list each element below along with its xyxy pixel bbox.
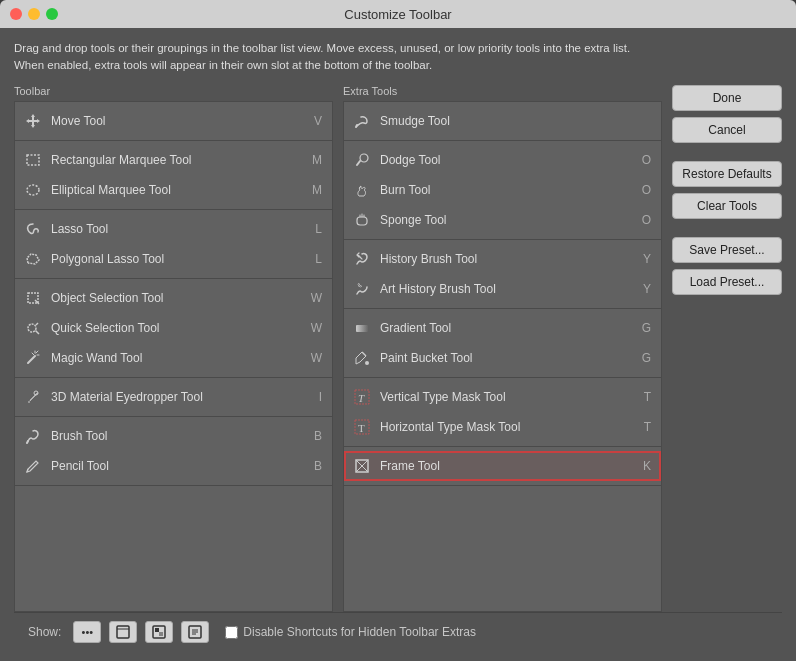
list-item[interactable]: Polygonal Lasso Tool L: [15, 244, 332, 274]
brush-icon: [23, 426, 43, 446]
list-item[interactable]: Smudge Tool: [344, 106, 661, 136]
list-item[interactable]: Lasso Tool L: [15, 214, 332, 244]
eyedropper-shortcut: I: [319, 390, 322, 404]
magic-wand-shortcut: W: [311, 351, 322, 365]
object-sel-icon: [23, 288, 43, 308]
list-item[interactable]: Pencil Tool B: [15, 451, 332, 481]
maximize-button[interactable]: [46, 8, 58, 20]
ellip-marquee-name: Elliptical Marquee Tool: [51, 183, 308, 197]
pencil-name: Pencil Tool: [51, 459, 310, 473]
smudge-name: Smudge Tool: [380, 114, 647, 128]
toolbar-icon-2[interactable]: [145, 621, 173, 643]
traffic-lights: [10, 8, 58, 20]
h-type-mask-icon: T: [352, 417, 372, 437]
save-preset-button[interactable]: Save Preset...: [672, 237, 782, 263]
sponge-shortcut: O: [642, 213, 651, 227]
list-item[interactable]: Rectangular Marquee Tool M: [15, 145, 332, 175]
lasso-shortcut: L: [315, 222, 322, 236]
eyedropper-name: 3D Material Eyedropper Tool: [51, 390, 315, 404]
frame-tool-icon: [352, 456, 372, 476]
dodge-shortcut: O: [642, 153, 651, 167]
cancel-button[interactable]: Cancel: [672, 117, 782, 143]
minimize-button[interactable]: [28, 8, 40, 20]
art-history-brush-icon: [352, 279, 372, 299]
list-item[interactable]: History Brush Tool Y: [344, 244, 661, 274]
frame-tool-name: Frame Tool: [380, 459, 639, 473]
dots-button[interactable]: •••: [73, 621, 101, 643]
h-type-mask-name: Horizontal Type Mask Tool: [380, 420, 640, 434]
move-tool-name: Move Tool: [51, 114, 310, 128]
disable-shortcuts-area: Disable Shortcuts for Hidden Toolbar Ext…: [225, 625, 476, 639]
list-item[interactable]: T Horizontal Type Mask Tool T: [344, 412, 661, 442]
rect-marquee-shortcut: M: [312, 153, 322, 167]
sponge-icon: [352, 210, 372, 230]
brush-name: Brush Tool: [51, 429, 310, 443]
done-button[interactable]: Done: [672, 85, 782, 111]
art-history-brush-name: Art History Brush Tool: [380, 282, 639, 296]
clear-tools-button[interactable]: Clear Tools: [672, 193, 782, 219]
svg-rect-19: [159, 632, 163, 636]
toolbar-panel[interactable]: Move Tool V Rectangular Marquee Tool M: [14, 101, 333, 613]
object-sel-shortcut: W: [311, 291, 322, 305]
extra-group-1: Smudge Tool: [344, 102, 661, 141]
art-history-brush-shortcut: Y: [643, 282, 651, 296]
gradient-icon: [352, 318, 372, 338]
paint-bucket-shortcut: G: [642, 351, 651, 365]
disable-shortcuts-checkbox[interactable]: [225, 626, 238, 639]
poly-lasso-icon: [23, 249, 43, 269]
extra-tools-panel[interactable]: Smudge Tool Dodge Tool: [343, 101, 662, 613]
pencil-icon: [23, 456, 43, 476]
quick-sel-name: Quick Selection Tool: [51, 321, 307, 335]
brush-shortcut: B: [314, 429, 322, 443]
close-button[interactable]: [10, 8, 22, 20]
list-item[interactable]: Move Tool V: [15, 106, 332, 136]
toolbar-icon-1[interactable]: [109, 621, 137, 643]
svg-rect-18: [155, 628, 159, 632]
main-area: Toolbar Move Tool V: [14, 85, 782, 613]
svg-rect-6: [357, 217, 367, 225]
list-item[interactable]: Paint Bucket Tool G: [344, 343, 661, 373]
pencil-shortcut: B: [314, 459, 322, 473]
list-item[interactable]: T Vertical Type Mask Tool T: [344, 382, 661, 412]
list-item[interactable]: Art History Brush Tool Y: [344, 274, 661, 304]
sidebar-buttons: Done Cancel Restore Defaults Clear Tools…: [672, 85, 782, 613]
load-preset-button[interactable]: Load Preset...: [672, 269, 782, 295]
dialog-title: Customize Toolbar: [344, 7, 451, 22]
extra-group-5: T Vertical Type Mask Tool T T: [344, 378, 661, 447]
toolbar-group-3: Lasso Tool L Polygonal Lasso Tool L: [15, 210, 332, 279]
eyedropper-icon: [23, 387, 43, 407]
list-item[interactable]: Frame Tool K: [344, 451, 661, 481]
poly-lasso-name: Polygonal Lasso Tool: [51, 252, 311, 266]
toolbar-icon-3[interactable]: [181, 621, 209, 643]
list-item[interactable]: Object Selection Tool W: [15, 283, 332, 313]
title-bar: Customize Toolbar: [0, 0, 796, 28]
frame-tool-shortcut: K: [643, 459, 651, 473]
list-item[interactable]: Brush Tool B: [15, 421, 332, 451]
list-item[interactable]: 3D Material Eyedropper Tool I: [15, 382, 332, 412]
extra-tools-label: Extra Tools: [343, 85, 662, 97]
list-item[interactable]: Quick Selection Tool W: [15, 313, 332, 343]
toolbar-group-5: 3D Material Eyedropper Tool I: [15, 378, 332, 417]
magic-wand-icon: [23, 348, 43, 368]
object-sel-name: Object Selection Tool: [51, 291, 307, 305]
quick-sel-shortcut: W: [311, 321, 322, 335]
bottom-bar: Show: ••• Disable Shortcuts for Hidden T…: [14, 612, 782, 651]
v-type-mask-icon: T: [352, 387, 372, 407]
history-brush-icon: [352, 249, 372, 269]
dodge-icon: [352, 150, 372, 170]
history-brush-name: History Brush Tool: [380, 252, 639, 266]
restore-defaults-button[interactable]: Restore Defaults: [672, 161, 782, 187]
svg-point-3: [28, 324, 36, 332]
list-item[interactable]: Gradient Tool G: [344, 313, 661, 343]
lasso-name: Lasso Tool: [51, 222, 311, 236]
paint-bucket-icon: [352, 348, 372, 368]
list-item[interactable]: Sponge Tool O: [344, 205, 661, 235]
v-type-mask-shortcut: T: [644, 390, 651, 404]
list-item[interactable]: Burn Tool O: [344, 175, 661, 205]
list-item[interactable]: Magic Wand Tool W: [15, 343, 332, 373]
toolbar-group-1: Move Tool V: [15, 102, 332, 141]
list-item[interactable]: Dodge Tool O: [344, 145, 661, 175]
extra-group-4: Gradient Tool G Paint Bucket Tool G: [344, 309, 661, 378]
svg-text:T: T: [358, 422, 365, 434]
list-item[interactable]: Elliptical Marquee Tool M: [15, 175, 332, 205]
